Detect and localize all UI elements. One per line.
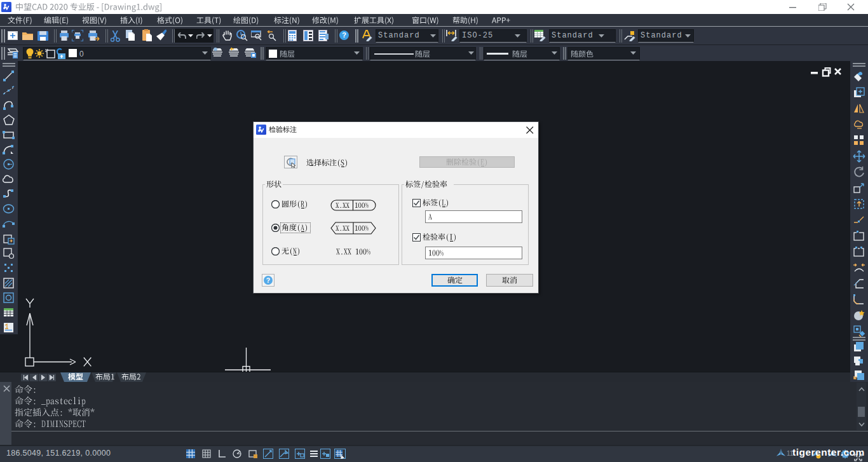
svg-text:?: ? <box>266 276 270 284</box>
svg-text:?: ? <box>342 31 346 39</box>
